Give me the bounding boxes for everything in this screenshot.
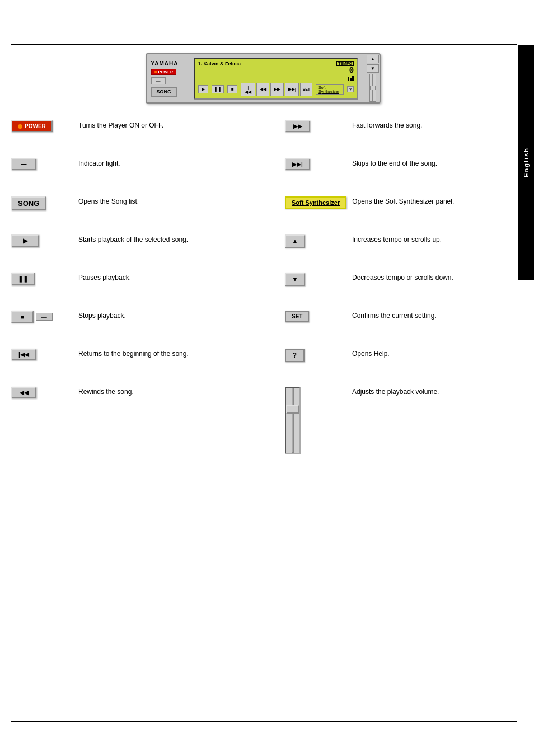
- lcd-pause-button[interactable]: ❚❚: [212, 85, 224, 93]
- lcd-top-row: 1. Kalvin & Felicia TEMPO 0: [198, 61, 354, 81]
- ff-end-button[interactable]: ▶▶|: [285, 158, 310, 170]
- soft-synth-button-row: Soft Synthesizer Opens the Soft Synthesi…: [285, 196, 514, 224]
- volume-slider-desc: Adjusts the playback volume.: [352, 387, 514, 397]
- lcd-soft-synth-button[interactable]: Soft Synthesizer: [316, 84, 344, 95]
- lcd-bar-indicator: [348, 76, 354, 81]
- lcd-bar-2: [350, 78, 352, 81]
- device-volume-slider[interactable]: [369, 74, 376, 102]
- section-tab: English: [518, 45, 534, 280]
- lcd-ff-end-button[interactable]: ▶▶|: [285, 83, 299, 96]
- play-button[interactable]: ▶: [11, 234, 39, 247]
- set-icon-area: SET: [285, 311, 352, 322]
- power-icon-area: POWER: [11, 120, 78, 132]
- left-column: POWER Turns the Player ON or OFF. — Indi…: [11, 120, 269, 425]
- volume-slider-row: Adjusts the playback volume.: [285, 387, 514, 454]
- ff-icon-area: ▶▶: [285, 120, 352, 132]
- rewind-start-button[interactable]: |◀◀: [11, 349, 36, 360]
- down-icon-area: ▼: [285, 273, 352, 286]
- play-button-desc: Starts playback of the selected song.: [78, 234, 269, 245]
- play-button-row: ▶ Starts playback of the selected song.: [11, 234, 269, 262]
- pause-button[interactable]: ❚❚: [11, 273, 35, 285]
- rewind-start-icon-area: |◀◀: [11, 349, 78, 360]
- lcd-song-name: 1. Kalvin & Felicia: [198, 61, 241, 67]
- right-column: ▶▶ Fast forwards the song. ▶▶| Skips to …: [285, 120, 514, 464]
- slider-vertical-track: [292, 388, 294, 453]
- power-led: [154, 71, 157, 73]
- pause-button-desc: Pauses playback.: [78, 273, 269, 283]
- set-button[interactable]: SET: [285, 311, 309, 322]
- yamaha-player-device: YAMAHA POWER — SONG 1. Kalvin & Felicia: [146, 53, 381, 104]
- lcd-nav-buttons: |◀◀ ◀◀ ▶▶ ▶▶| SET: [241, 83, 312, 96]
- up-button-desc: Increases tempo or scrolls up.: [352, 234, 514, 245]
- device-brand: YAMAHA: [151, 60, 179, 67]
- button-reference-section: POWER Turns the Player ON or OFF. — Indi…: [11, 120, 514, 464]
- device-power-button[interactable]: POWER: [151, 69, 176, 75]
- lcd-tempo-value: 0: [349, 66, 354, 75]
- volume-slider-icon-area: [285, 387, 352, 454]
- device-illustration: YAMAHA POWER — SONG 1. Kalvin & Felicia: [11, 53, 514, 104]
- set-button-desc: Confirms the current setting.: [352, 311, 514, 321]
- lcd-bar-1: [348, 77, 349, 81]
- power-button-desc: Turns the Player ON or OFF.: [78, 120, 269, 131]
- help-button-row: ? Opens Help.: [285, 349, 514, 377]
- song-button-desc: Opens the Song list.: [78, 196, 269, 207]
- device-up-button[interactable]: ▲: [367, 55, 379, 63]
- minus-button-desc: Indicator light.: [78, 158, 269, 169]
- power-button-led: [18, 124, 22, 129]
- power-button[interactable]: POWER: [11, 120, 53, 132]
- device-lcd-screen: 1. Kalvin & Felicia TEMPO 0 ▶ ❚❚ ■: [194, 58, 359, 100]
- slider-vertical-thumb[interactable]: [286, 405, 299, 414]
- minus-icon-area: —: [11, 158, 78, 170]
- stop-button[interactable]: ■: [11, 311, 34, 323]
- lcd-stop-button[interactable]: ■: [227, 85, 237, 93]
- minus-button-row: — Indicator light.: [11, 158, 269, 186]
- down-button-desc: Decreases tempo or scrolls down.: [352, 273, 514, 283]
- minus-button[interactable]: —: [11, 158, 36, 170]
- song-button-row: SONG Opens the Song list.: [11, 196, 269, 224]
- help-button[interactable]: ?: [285, 349, 305, 362]
- up-icon-area: ▲: [285, 234, 352, 248]
- lcd-tempo-label: TEMPO: [336, 61, 354, 66]
- stop-icon-area: ■ —: [11, 311, 78, 323]
- set-button-row: SET Confirms the current setting.: [285, 311, 514, 339]
- lcd-rewind-start-button[interactable]: |◀◀: [241, 83, 255, 96]
- rewind-button[interactable]: ◀◀: [11, 387, 36, 398]
- up-button[interactable]: ▲: [285, 234, 305, 248]
- lcd-set-button[interactable]: SET: [300, 83, 312, 96]
- rewind-start-button-row: |◀◀ Returns to the beginning of the song…: [11, 349, 269, 377]
- soft-synth-icon-area: Soft Synthesizer: [285, 196, 352, 209]
- stop-indicator: —: [36, 313, 53, 321]
- top-divider: [11, 44, 517, 45]
- lcd-rewind-button[interactable]: ◀◀: [256, 83, 270, 96]
- lcd-play-button[interactable]: ▶: [198, 85, 208, 93]
- rewind-button-row: ◀◀ Rewinds the song.: [11, 387, 269, 415]
- device-left-panel: YAMAHA POWER — SONG: [151, 60, 190, 97]
- down-button[interactable]: ▼: [285, 273, 305, 286]
- lcd-bottom-row: ▶ ❚❚ ■ |◀◀ ◀◀ ▶▶ ▶▶| SET Soft Synthesize…: [198, 83, 354, 96]
- bottom-divider: [11, 721, 517, 722]
- volume-slider[interactable]: [285, 387, 301, 454]
- device-right-panel: ▲ ▼: [362, 55, 384, 102]
- rewind-button-desc: Rewinds the song.: [78, 387, 269, 397]
- slider-thumb[interactable]: [370, 86, 376, 90]
- soft-synth-button-desc: Opens the Soft Synthesizer panel.: [352, 196, 514, 207]
- ff-end-button-row: ▶▶| Skips to the end of the song.: [285, 158, 514, 186]
- ff-button[interactable]: ▶▶: [285, 120, 310, 132]
- tab-label: English: [523, 147, 530, 177]
- song-button[interactable]: SONG: [11, 196, 46, 210]
- song-icon-area: SONG: [11, 196, 78, 210]
- stop-button-desc: Stops playback.: [78, 311, 269, 321]
- soft-synth-button[interactable]: Soft Synthesizer: [285, 196, 346, 209]
- rewind-start-button-desc: Returns to the beginning of the song.: [78, 349, 269, 359]
- down-button-row: ▼ Decreases tempo or scrolls down.: [285, 273, 514, 300]
- device-down-button[interactable]: ▼: [367, 64, 379, 73]
- lcd-ff-button[interactable]: ▶▶: [270, 83, 284, 96]
- stop-button-row: ■ — Stops playback.: [11, 311, 269, 339]
- device-song-button[interactable]: SONG: [151, 87, 177, 97]
- lcd-help-button[interactable]: ?: [347, 86, 354, 92]
- device-minus-button[interactable]: —: [151, 77, 166, 84]
- lcd-bar-3: [352, 76, 354, 81]
- ff-end-button-desc: Skips to the end of the song.: [352, 158, 514, 169]
- power-button-row: POWER Turns the Player ON or OFF.: [11, 120, 269, 148]
- pause-icon-area: ❚❚: [11, 273, 78, 285]
